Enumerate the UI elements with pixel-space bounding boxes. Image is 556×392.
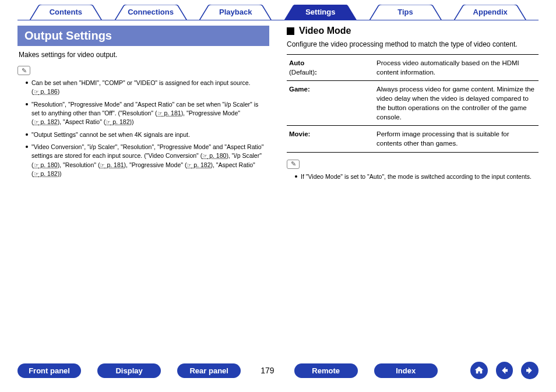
top-tabs: Contents Connections Playback Settings T… — [0, 0, 556, 20]
option-desc: Always process video for game content. M… — [374, 80, 539, 125]
tab-label: Tips — [397, 8, 413, 16]
tab-label: Appendix — [473, 8, 508, 16]
page-number: 179 — [257, 366, 277, 375]
options-table: Auto(Default): Process video automatical… — [287, 54, 539, 153]
page-ref[interactable]: ☞ p. 182 — [34, 118, 58, 125]
note-item: "Resolution", "Progressive Mode" and "As… — [26, 100, 267, 127]
section-title: Output Settings — [24, 29, 112, 42]
note-icon: ✎ — [17, 66, 30, 75]
tab-appendix[interactable]: Appendix — [448, 5, 533, 20]
display-button[interactable]: Display — [97, 363, 161, 378]
table-row: Game: Always process video for game cont… — [287, 80, 539, 125]
option-name: Auto — [289, 59, 304, 66]
tab-label: Playback — [219, 8, 252, 16]
page-ref[interactable]: ☞ p. 180 — [34, 161, 58, 168]
option-sub: (Default) — [289, 69, 315, 76]
tab-tips[interactable]: Tips — [363, 5, 448, 20]
rear-panel-button[interactable]: Rear panel — [177, 363, 241, 378]
tab-contents[interactable]: Contents — [23, 5, 108, 20]
page-ref[interactable]: ☞ p. 180 — [202, 152, 226, 159]
square-bullet-icon — [287, 27, 294, 35]
front-panel-button[interactable]: Front panel — [17, 363, 81, 378]
remote-button[interactable]: Remote — [294, 363, 358, 378]
note-item: "Output Settings" cannot be set when 4K … — [26, 130, 267, 139]
section-intro: Makes settings for video output. — [19, 51, 269, 59]
option-name: Movie: — [289, 130, 310, 137]
page-ref[interactable]: ☞ p. 182 — [34, 170, 58, 177]
page-ref[interactable]: ☞ p. 181 — [100, 161, 124, 168]
page-ref[interactable]: ☞ p. 182 — [186, 161, 210, 168]
note-item: If "Video Mode" is set to "Auto", the mo… — [295, 172, 536, 181]
home-icon[interactable] — [470, 362, 488, 379]
prev-icon[interactable] — [496, 362, 513, 379]
note-icon: ✎ — [287, 160, 300, 169]
table-row: Movie: Perform image processing that is … — [287, 126, 539, 152]
page-ref[interactable]: ☞ p. 181 — [157, 110, 181, 116]
tab-playback[interactable]: Playback — [193, 5, 278, 20]
next-icon[interactable] — [521, 362, 539, 379]
section-title-bar: Output Settings — [17, 26, 269, 46]
note-item: "Video Conversion", "i/p Scaler", "Resol… — [26, 143, 267, 179]
tab-label: Settings — [305, 8, 335, 16]
right-column: Video Mode Configure the video processin… — [287, 26, 539, 185]
tab-label: Contents — [50, 8, 82, 16]
note-item: Can be set when "HDMI", "COMP" or "VIDEO… — [26, 79, 267, 97]
tab-settings[interactable]: Settings — [278, 5, 363, 20]
option-desc: Process video automatically based on the… — [374, 54, 539, 80]
tab-label: Connections — [128, 8, 174, 16]
option-name: Game: — [289, 86, 310, 93]
page-ref[interactable]: ☞ p. 182 — [105, 118, 129, 125]
subsection-desc: Configure the video processing method to… — [287, 40, 539, 50]
option-desc: Perform image processing that is suitabl… — [374, 126, 539, 152]
page-ref[interactable]: ☞ p. 186 — [34, 88, 58, 95]
left-column: Output Settings Makes settings for video… — [17, 26, 269, 185]
subsection-heading: Video Mode — [299, 26, 351, 36]
notes-list: If "Video Mode" is set to "Auto", the mo… — [287, 172, 539, 181]
tab-underline — [17, 20, 539, 20]
tab-connections[interactable]: Connections — [108, 5, 193, 20]
footer-nav: Front panel Display Rear panel 179 Remot… — [0, 362, 556, 379]
index-button[interactable]: Index — [374, 363, 438, 378]
table-row: Auto(Default): Process video automatical… — [287, 54, 539, 80]
notes-list: Can be set when "HDMI", "COMP" or "VIDEO… — [17, 79, 269, 179]
